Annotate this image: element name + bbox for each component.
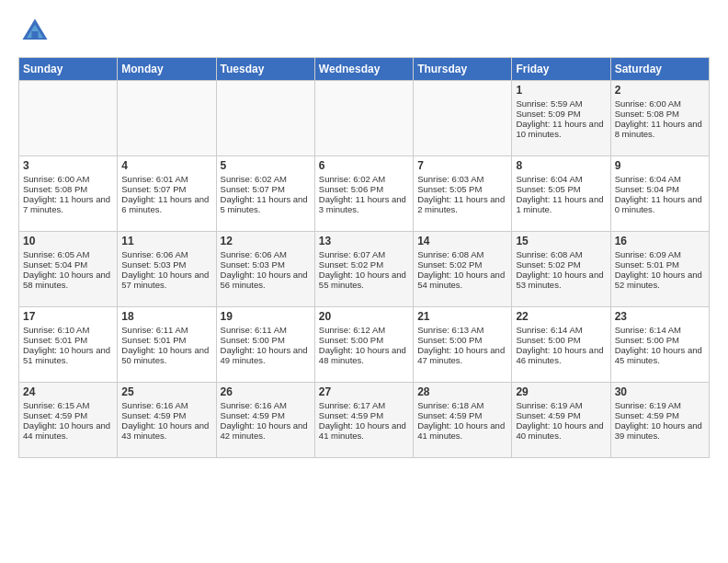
cell-info: Sunrise: 6:11 AM — [121, 325, 211, 335]
day-number: 4 — [121, 159, 211, 172]
cell-info: Sunset: 5:04 PM — [615, 184, 705, 194]
day-number: 6 — [319, 159, 409, 172]
calendar-cell — [19, 81, 118, 156]
cell-info: Sunset: 5:04 PM — [23, 259, 113, 270]
day-number: 20 — [319, 310, 409, 323]
page: SundayMondayTuesdayWednesdayThursdayFrid… — [0, 0, 728, 467]
cell-info: Sunrise: 6:12 AM — [319, 325, 409, 335]
cell-info: Daylight: 10 hours and 41 minutes. — [319, 420, 409, 441]
calendar-cell — [216, 81, 314, 156]
calendar-cell: 27Sunrise: 6:17 AMSunset: 4:59 PMDayligh… — [314, 383, 413, 458]
day-number: 17 — [23, 310, 113, 323]
cell-info: Sunrise: 6:16 AM — [221, 400, 311, 410]
calendar-week: 24Sunrise: 6:15 AMSunset: 4:59 PMDayligh… — [19, 383, 710, 458]
calendar-table: SundayMondayTuesdayWednesdayThursdayFrid… — [18, 57, 710, 458]
weekday-header: Saturday — [610, 58, 709, 81]
cell-info: Sunset: 4:59 PM — [319, 410, 409, 420]
calendar-cell: 9Sunrise: 6:04 AMSunset: 5:04 PMDaylight… — [610, 156, 709, 232]
day-number: 26 — [221, 385, 311, 398]
calendar-cell — [118, 81, 216, 156]
cell-info: Daylight: 11 hours and 0 minutes. — [615, 194, 705, 214]
cell-info: Sunset: 4:59 PM — [221, 410, 311, 420]
cell-info: Daylight: 11 hours and 7 minutes. — [23, 194, 113, 214]
cell-info: Daylight: 10 hours and 57 minutes. — [121, 270, 211, 290]
cell-info: Daylight: 10 hours and 49 minutes. — [221, 345, 311, 365]
cell-info: Sunrise: 6:13 AM — [417, 325, 507, 335]
day-number: 7 — [417, 159, 507, 172]
day-number: 15 — [516, 235, 606, 247]
cell-info: Daylight: 10 hours and 58 minutes. — [23, 270, 113, 290]
cell-info: Sunset: 5:02 PM — [417, 259, 507, 270]
day-number: 16 — [615, 235, 705, 247]
cell-info: Sunrise: 6:14 AM — [516, 325, 606, 335]
cell-info: Sunset: 5:05 PM — [516, 184, 606, 194]
cell-info: Sunset: 5:02 PM — [319, 259, 409, 270]
cell-info: Sunrise: 6:14 AM — [615, 325, 705, 335]
cell-info: Sunrise: 6:06 AM — [121, 249, 211, 259]
cell-info: Daylight: 10 hours and 42 minutes. — [221, 420, 311, 441]
cell-info: Daylight: 10 hours and 39 minutes. — [615, 420, 705, 441]
calendar-cell: 15Sunrise: 6:08 AMSunset: 5:02 PMDayligh… — [512, 232, 610, 307]
cell-info: Sunrise: 6:15 AM — [23, 400, 113, 410]
cell-info: Sunrise: 6:08 AM — [516, 249, 606, 259]
cell-info: Sunrise: 6:10 AM — [23, 325, 113, 335]
cell-info: Sunset: 5:00 PM — [319, 335, 409, 345]
calendar-cell: 28Sunrise: 6:18 AMSunset: 4:59 PMDayligh… — [414, 383, 512, 458]
cell-info: Sunrise: 6:07 AM — [319, 249, 409, 259]
day-number: 11 — [121, 235, 211, 247]
cell-info: Sunset: 4:59 PM — [417, 410, 507, 420]
calendar-cell: 13Sunrise: 6:07 AMSunset: 5:02 PMDayligh… — [314, 232, 413, 307]
cell-info: Daylight: 10 hours and 45 minutes. — [615, 345, 705, 365]
calendar-cell: 23Sunrise: 6:14 AMSunset: 5:00 PMDayligh… — [610, 307, 709, 383]
logo-icon — [18, 15, 51, 48]
cell-info: Sunrise: 6:04 AM — [615, 174, 705, 184]
cell-info: Daylight: 10 hours and 50 minutes. — [121, 345, 211, 365]
cell-info: Daylight: 10 hours and 52 minutes. — [615, 270, 705, 290]
cell-info: Daylight: 10 hours and 54 minutes. — [417, 270, 507, 290]
day-number: 5 — [221, 159, 311, 172]
calendar-cell: 11Sunrise: 6:06 AMSunset: 5:03 PMDayligh… — [118, 232, 216, 307]
cell-info: Sunset: 5:01 PM — [23, 335, 113, 345]
calendar-cell: 8Sunrise: 6:04 AMSunset: 5:05 PMDaylight… — [512, 156, 610, 232]
cell-info: Sunrise: 6:19 AM — [615, 400, 705, 410]
cell-info: Sunset: 4:59 PM — [121, 410, 211, 420]
calendar-cell: 29Sunrise: 6:19 AMSunset: 4:59 PMDayligh… — [512, 383, 610, 458]
calendar-week: 10Sunrise: 6:05 AMSunset: 5:04 PMDayligh… — [19, 232, 710, 307]
cell-info: Daylight: 10 hours and 48 minutes. — [319, 345, 409, 365]
cell-info: Sunrise: 6:18 AM — [417, 400, 507, 410]
day-number: 8 — [516, 159, 606, 172]
cell-info: Daylight: 11 hours and 2 minutes. — [417, 194, 507, 214]
cell-info: Sunrise: 6:04 AM — [516, 174, 606, 184]
calendar-cell: 16Sunrise: 6:09 AMSunset: 5:01 PMDayligh… — [610, 232, 709, 307]
calendar-cell: 3Sunrise: 6:00 AMSunset: 5:08 PMDaylight… — [19, 156, 118, 232]
cell-info: Sunset: 5:00 PM — [417, 335, 507, 345]
cell-info: Sunrise: 6:01 AM — [121, 174, 211, 184]
calendar-cell — [314, 81, 413, 156]
header — [18, 15, 710, 48]
cell-info: Sunset: 4:59 PM — [615, 410, 705, 420]
logo — [18, 15, 55, 48]
cell-info: Sunrise: 6:02 AM — [221, 174, 311, 184]
cell-info: Sunset: 5:00 PM — [221, 335, 311, 345]
cell-info: Sunset: 5:01 PM — [615, 259, 705, 270]
cell-info: Daylight: 10 hours and 47 minutes. — [417, 345, 507, 365]
cell-info: Daylight: 11 hours and 5 minutes. — [221, 194, 311, 214]
calendar-cell: 4Sunrise: 6:01 AMSunset: 5:07 PMDaylight… — [118, 156, 216, 232]
cell-info: Daylight: 10 hours and 46 minutes. — [516, 345, 606, 365]
cell-info: Sunrise: 5:59 AM — [516, 98, 606, 109]
day-number: 12 — [221, 235, 311, 247]
cell-info: Sunset: 5:06 PM — [319, 184, 409, 194]
cell-info: Sunset: 5:09 PM — [516, 109, 606, 119]
cell-info: Daylight: 11 hours and 1 minute. — [516, 194, 606, 214]
cell-info: Daylight: 10 hours and 51 minutes. — [23, 345, 113, 365]
calendar-cell: 2Sunrise: 6:00 AMSunset: 5:08 PMDaylight… — [610, 81, 709, 156]
weekday-row: SundayMondayTuesdayWednesdayThursdayFrid… — [19, 58, 710, 81]
calendar-header: SundayMondayTuesdayWednesdayThursdayFrid… — [19, 58, 710, 81]
cell-info: Daylight: 10 hours and 53 minutes. — [516, 270, 606, 290]
cell-info: Daylight: 10 hours and 41 minutes. — [417, 420, 507, 441]
calendar-cell: 18Sunrise: 6:11 AMSunset: 5:01 PMDayligh… — [118, 307, 216, 383]
day-number: 28 — [417, 385, 507, 398]
cell-info: Sunset: 5:05 PM — [417, 184, 507, 194]
day-number: 14 — [417, 235, 507, 247]
cell-info: Sunrise: 6:09 AM — [615, 249, 705, 259]
